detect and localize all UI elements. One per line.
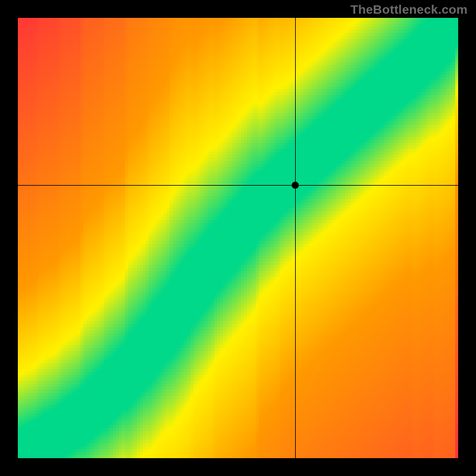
attribution-text: TheBottleneck.com bbox=[350, 2, 468, 17]
chart-container: TheBottleneck.com bbox=[0, 0, 476, 476]
crosshair-overlay bbox=[18, 18, 458, 458]
